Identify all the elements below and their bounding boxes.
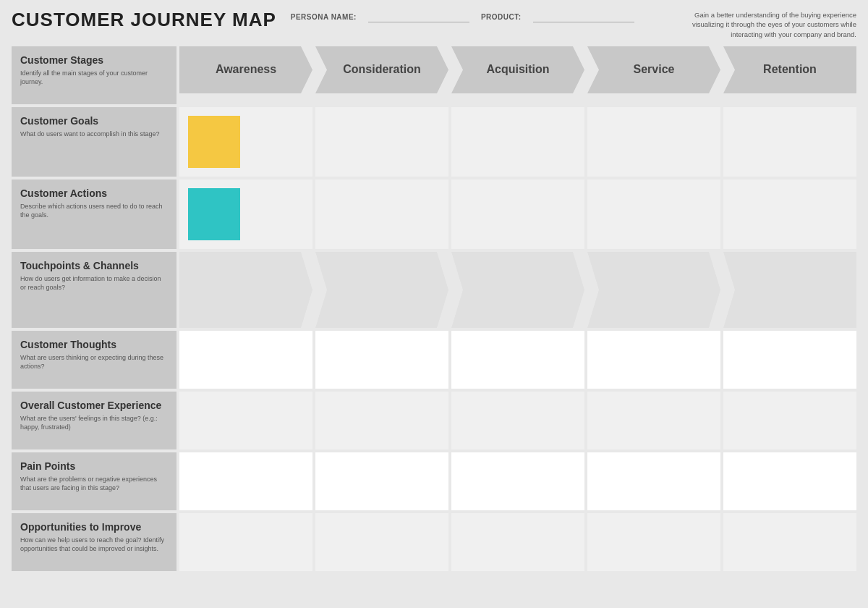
touchpoints-consideration[interactable] <box>315 252 448 328</box>
goals-acquisition[interactable] <box>451 107 584 177</box>
page-wrapper: CUSTOMER JOURNEY MAP PERSONA NAME: PRODU… <box>0 0 868 583</box>
thoughts-service[interactable] <box>587 331 720 389</box>
pain-retention[interactable] <box>723 452 856 510</box>
stage-service: Service <box>587 46 720 93</box>
goals-retention[interactable] <box>723 107 856 177</box>
persona-label: PERSONA NAME: <box>291 13 357 21</box>
thoughts-consideration[interactable] <box>315 331 448 389</box>
opportunities-service[interactable] <box>587 513 720 571</box>
label-opportunities: Opportunities to Improve How can we help… <box>12 513 176 571</box>
stage-awareness: Awareness <box>179 46 312 93</box>
sticky-note-teal <box>188 188 240 240</box>
journey-map-grid: Customer Stages Identify all the main st… <box>12 46 856 571</box>
row-desc-stages: Identify all the main stages of your cus… <box>20 69 168 86</box>
row-title-stages: Customer Stages <box>20 54 168 67</box>
row-desc-touchpoints: How do users get information to make a d… <box>20 275 168 292</box>
header-description: Gain a better understanding of the buyin… <box>668 9 856 39</box>
opportunities-acquisition[interactable] <box>451 513 584 571</box>
row-desc-opportunities: How can we help users to reach the goal?… <box>20 536 168 553</box>
touchpoints-retention[interactable] <box>723 252 856 328</box>
row-desc-thoughts: What are users thinking or expecting dur… <box>20 354 168 371</box>
opportunities-consideration[interactable] <box>315 513 448 571</box>
label-overall-experience: Overall Customer Experience What are the… <box>12 392 176 449</box>
experience-acquisition[interactable] <box>451 392 584 449</box>
persona-input[interactable] <box>368 12 469 22</box>
touchpoints-acquisition[interactable] <box>451 252 584 328</box>
row-desc-goals: What do users want to accomplish in this… <box>20 130 168 139</box>
row-title-goals: Customer Goals <box>20 114 168 127</box>
actions-acquisition[interactable] <box>451 180 584 249</box>
sticky-note-yellow <box>188 116 240 168</box>
pain-acquisition[interactable] <box>451 452 584 510</box>
row-title-touchpoints: Touchpoints & Channels <box>20 259 168 272</box>
goals-consideration[interactable] <box>315 107 448 177</box>
thoughts-retention[interactable] <box>723 331 856 389</box>
product-input[interactable] <box>533 12 634 22</box>
row-desc-pain: What are the problems or negative experi… <box>20 476 168 492</box>
pain-service[interactable] <box>587 452 720 510</box>
opportunities-retention[interactable] <box>723 513 856 571</box>
actions-retention[interactable] <box>723 180 856 249</box>
header-fields: PERSONA NAME: PRODUCT: <box>291 9 634 22</box>
goals-awareness[interactable] <box>179 107 312 177</box>
product-label: PRODUCT: <box>481 13 522 21</box>
actions-service[interactable] <box>587 180 720 249</box>
page-title: CUSTOMER JOURNEY MAP <box>12 9 276 31</box>
stage-consideration: Consideration <box>315 46 448 93</box>
thoughts-awareness[interactable] <box>179 331 312 389</box>
thoughts-acquisition[interactable] <box>451 331 584 389</box>
goals-service[interactable] <box>587 107 720 177</box>
header: CUSTOMER JOURNEY MAP PERSONA NAME: PRODU… <box>12 9 856 39</box>
experience-service[interactable] <box>587 392 720 449</box>
experience-retention[interactable] <box>723 392 856 449</box>
row-desc-experience: What are the users' feelings in this sta… <box>20 415 168 431</box>
pain-consideration[interactable] <box>315 452 448 510</box>
label-customer-goals: Customer Goals What do users want to acc… <box>12 107 176 177</box>
label-customer-stages: Customer Stages Identify all the main st… <box>12 46 176 104</box>
pain-awareness[interactable] <box>179 452 312 510</box>
stage-acquisition: Acquisition <box>451 46 584 93</box>
row-title-thoughts: Customer Thoughts <box>20 338 168 351</box>
label-pain-points: Pain Points What are the problems or neg… <box>12 452 176 510</box>
touchpoints-awareness[interactable] <box>179 252 312 328</box>
experience-consideration[interactable] <box>315 392 448 449</box>
label-customer-actions: Customer Actions Describe which actions … <box>12 180 176 249</box>
opportunities-awareness[interactable] <box>179 513 312 571</box>
stage-retention: Retention <box>723 46 856 93</box>
row-title-actions: Customer Actions <box>20 187 168 200</box>
experience-awareness[interactable] <box>179 392 312 449</box>
row-desc-actions: Describe which actions users need to do … <box>20 203 168 219</box>
actions-awareness[interactable] <box>179 180 312 249</box>
touchpoints-service[interactable] <box>587 252 720 328</box>
label-touchpoints: Touchpoints & Channels How do users get … <box>12 252 176 328</box>
row-title-experience: Overall Customer Experience <box>20 399 168 412</box>
row-title-pain: Pain Points <box>20 460 168 473</box>
row-title-opportunities: Opportunities to Improve <box>20 520 168 533</box>
label-customer-thoughts: Customer Thoughts What are users thinkin… <box>12 331 176 389</box>
actions-consideration[interactable] <box>315 180 448 249</box>
